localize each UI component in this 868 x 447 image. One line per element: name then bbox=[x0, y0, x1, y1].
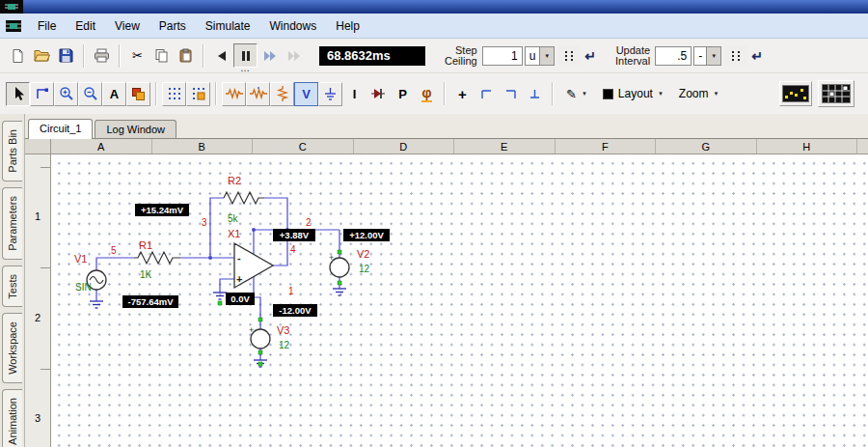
voltage-source-tool-button[interactable]: V bbox=[294, 82, 318, 106]
step-ceiling-stepper[interactable] bbox=[557, 45, 581, 66]
snap-grid-button[interactable] bbox=[186, 82, 210, 106]
tab-log-window[interactable]: Log Window bbox=[95, 120, 176, 138]
step-ceiling-unit-select[interactable]: u▼ bbox=[525, 46, 556, 66]
ground-opamp-ref[interactable] bbox=[213, 293, 227, 299]
layout-dropdown[interactable]: Layout▼ bbox=[595, 83, 671, 104]
wire-corner-icon bbox=[35, 86, 50, 101]
sidebar-tab-parts-bin[interactable]: Parts Bin bbox=[2, 121, 22, 182]
new-button[interactable] bbox=[6, 43, 30, 68]
plus-icon: + bbox=[458, 86, 467, 102]
grid-button[interactable] bbox=[162, 82, 186, 106]
grid-dots-icon bbox=[168, 87, 181, 100]
copy-button[interactable] bbox=[149, 43, 174, 68]
probe-input-value: +15.24mV bbox=[141, 205, 184, 215]
menu-file[interactable]: File bbox=[29, 15, 65, 37]
component-r2[interactable]: R2 5k bbox=[224, 175, 264, 224]
part-shortcut-1-button[interactable] bbox=[222, 82, 246, 106]
menu-simulate[interactable]: Simulate bbox=[197, 15, 259, 37]
column-h: H bbox=[757, 139, 858, 154]
column-c: C bbox=[253, 139, 354, 154]
zoom-in-button[interactable] bbox=[54, 82, 78, 106]
menu-help[interactable]: Help bbox=[327, 15, 368, 37]
pause-button[interactable]: … bbox=[233, 43, 258, 68]
wire-tool-button[interactable] bbox=[30, 82, 54, 106]
menu-view[interactable]: View bbox=[106, 15, 149, 37]
title-bar[interactable] bbox=[0, 0, 868, 14]
part-shortcut-3-button[interactable] bbox=[270, 82, 294, 106]
component-v2[interactable]: + V2 12 bbox=[329, 248, 370, 277]
tab-circuit-1[interactable]: Circuit_1 bbox=[28, 119, 93, 139]
run-reverse-button[interactable] bbox=[209, 43, 233, 68]
probe-tool-button[interactable]: φ bbox=[415, 82, 439, 106]
zoom-dropdown[interactable]: Zoom▼ bbox=[671, 83, 727, 104]
color-tool-button[interactable] bbox=[126, 82, 150, 106]
sidebar-tab-tests[interactable]: Tests bbox=[2, 265, 22, 308]
column-g: G bbox=[656, 139, 757, 154]
apply-update-interval-icon[interactable]: ↵ bbox=[751, 48, 763, 64]
diode-tool-button[interactable] bbox=[366, 82, 391, 106]
zoom-out-button[interactable] bbox=[78, 82, 102, 106]
save-button[interactable] bbox=[54, 43, 78, 68]
component-v3[interactable]: + V3 12 bbox=[249, 324, 290, 350]
marker-top-button[interactable] bbox=[475, 82, 499, 106]
ground-icon bbox=[323, 87, 338, 101]
menu-parts[interactable]: Parts bbox=[150, 15, 195, 37]
update-interval-input[interactable]: .5 bbox=[655, 46, 692, 66]
step-ceiling-input[interactable]: 1 bbox=[482, 46, 523, 66]
sidebar-tab-label: Animation bbox=[7, 398, 18, 445]
schematic-canvas[interactable]: V1 SIN R1 1K bbox=[51, 154, 868, 447]
marker-right-button[interactable] bbox=[499, 82, 523, 106]
menu-windows[interactable]: Windows bbox=[261, 15, 326, 37]
current-tool-button[interactable]: I bbox=[342, 82, 366, 106]
cut-button[interactable]: ✂ bbox=[125, 43, 149, 68]
zoom-label: Zoom bbox=[679, 87, 709, 100]
probe-ref-value: 0.0V bbox=[231, 293, 250, 304]
chevron-down-icon[interactable]: ▼ bbox=[539, 47, 554, 65]
probe-pen-dropdown[interactable]: ✎▼ bbox=[558, 84, 595, 104]
apply-step-ceiling-icon[interactable]: ↵ bbox=[584, 48, 596, 64]
component-x1-opamp[interactable]: - + X1 bbox=[228, 228, 273, 288]
step-ceiling-label: StepCeiling bbox=[445, 45, 477, 67]
sidebar-tab-animation[interactable]: Animation bbox=[2, 389, 22, 447]
add-marker-button[interactable]: + bbox=[450, 82, 475, 106]
probe-readout-ref[interactable]: 0.0V bbox=[226, 293, 255, 305]
marker-bottom-button[interactable] bbox=[523, 82, 547, 106]
led-display-button[interactable] bbox=[779, 81, 812, 106]
chevron-down-icon[interactable]: ▼ bbox=[706, 47, 720, 65]
v3-name-label: V3 bbox=[277, 324, 289, 336]
ground-tool-button[interactable] bbox=[318, 82, 342, 106]
sidebar-tab-parameters[interactable]: Parameters bbox=[2, 187, 22, 260]
pause-icon bbox=[240, 50, 252, 62]
row-1-label: 1 bbox=[25, 210, 50, 222]
new-page-icon bbox=[11, 48, 25, 64]
wires[interactable] bbox=[96, 198, 339, 360]
probe-readout-source[interactable]: -757.64mV bbox=[122, 295, 178, 308]
paste-button[interactable] bbox=[174, 43, 198, 68]
update-interval-stepper[interactable] bbox=[724, 45, 747, 66]
component-r1[interactable]: R1 1K bbox=[134, 239, 180, 280]
scissors-icon: ✂ bbox=[132, 49, 143, 62]
text-tool-button[interactable]: A bbox=[102, 82, 126, 106]
power-tool-button[interactable]: P bbox=[391, 82, 415, 106]
ground-v2[interactable] bbox=[333, 289, 346, 295]
menu-edit[interactable]: Edit bbox=[67, 15, 104, 37]
component-v1[interactable]: V1 SIN bbox=[74, 253, 106, 293]
print-button[interactable] bbox=[90, 43, 114, 68]
logic-display-button[interactable] bbox=[818, 80, 854, 107]
sidebar-tab-workspace[interactable]: Workspace bbox=[2, 313, 22, 383]
part-shortcut-2-button[interactable] bbox=[246, 82, 270, 106]
probe-readout-input[interactable]: +15.24mV bbox=[135, 204, 189, 216]
update-interval-unit-select[interactable]: -▼ bbox=[693, 46, 721, 66]
v2-polarity-label: + bbox=[329, 253, 334, 263]
ground-v1[interactable] bbox=[90, 301, 103, 308]
node-1-label: 1 bbox=[288, 286, 294, 296]
run-step-button[interactable] bbox=[258, 43, 282, 68]
probe-readout-vminus[interactable]: -12.00V bbox=[273, 304, 317, 317]
probe-readout-vplus[interactable]: +12.00V bbox=[343, 229, 390, 241]
bracket-right-icon bbox=[504, 88, 517, 100]
select-tool-button[interactable] bbox=[6, 82, 30, 106]
open-button[interactable] bbox=[30, 43, 54, 68]
probe-readout-output[interactable]: +3.88V bbox=[273, 229, 315, 241]
column-header: A B C D E F G H bbox=[25, 139, 868, 154]
fast-forward-button[interactable] bbox=[282, 43, 306, 68]
